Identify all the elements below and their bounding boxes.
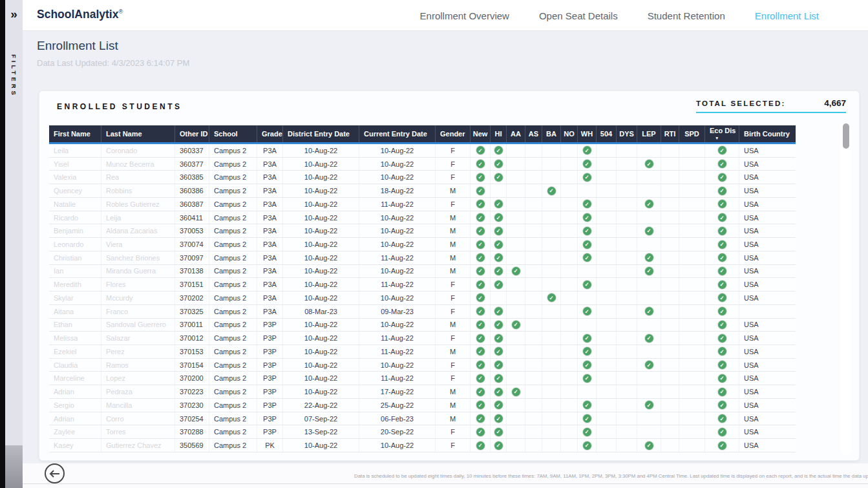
check-icon: ✓: [476, 187, 485, 195]
cell-aa: [507, 171, 525, 184]
column-header-no[interactable]: NO: [561, 125, 578, 142]
cell-current-entry-date: 10-Aug-22: [359, 292, 436, 304]
tab-enrollment-overview[interactable]: Enrollment Overview: [420, 10, 509, 21]
left-arrow-icon: [49, 470, 60, 478]
tab-student-retention[interactable]: Student Retention: [648, 10, 725, 21]
cell-district-entry-date: 10-Aug-22: [283, 385, 359, 398]
table-row[interactable]: KaseyGutierrez Chavez350569Campus 2PK10-…: [49, 439, 796, 452]
cell-aa: [507, 359, 525, 372]
column-header-school[interactable]: School: [209, 125, 257, 142]
cell-wh: [578, 385, 597, 398]
cell-dys: [617, 372, 637, 385]
cell-first-name: Ian: [49, 265, 101, 278]
table-row[interactable]: LeonardoViera370074Campus 2P3A10-Aug-221…: [49, 238, 796, 251]
table-row[interactable]: EzekielPerez370153Campus 2P3P10-Aug-2211…: [49, 345, 796, 359]
column-header-wh[interactable]: WH: [578, 125, 597, 142]
column-header-aa[interactable]: AA: [507, 125, 525, 142]
check-icon: ✓: [645, 160, 653, 168]
column-header-rti[interactable]: RTI: [661, 125, 679, 142]
cell-spd: [679, 359, 705, 372]
cell-birth-country: USA: [739, 385, 796, 398]
column-header-spd[interactable]: SPD: [679, 125, 705, 142]
column-header-other-id[interactable]: Other ID: [175, 125, 209, 142]
table-row[interactable]: SkylarMccurdy370202Campus 2P3A10-Aug-221…: [49, 292, 796, 305]
column-header-birth-country[interactable]: Birth Country: [739, 125, 796, 142]
cell-as: [525, 278, 542, 291]
table-row[interactable]: ZayleeTorres370288Campus 2P3P13-Sep-2220…: [49, 425, 796, 439]
check-icon: ✓: [583, 253, 591, 262]
cell-rti: [661, 305, 679, 318]
cell-dys: [617, 158, 637, 171]
cell-ba: [542, 425, 561, 438]
cell-rti: [661, 211, 679, 224]
cell-birth-country: USA: [739, 238, 796, 251]
cell-other-id: 370288: [175, 425, 209, 438]
table-row[interactable]: IanMiranda Guerra370138Campus 2P3A10-Aug…: [49, 265, 796, 279]
column-header-hi[interactable]: HI: [491, 125, 507, 142]
table-row[interactable]: ChristianSanchez Briones370097Campus 2P3…: [49, 251, 796, 265]
table-row[interactable]: ClaudiaRamos370154Campus 2P3P10-Aug-2210…: [49, 359, 796, 372]
cell-eco-dis: ✓: [705, 372, 739, 385]
cell-no: [561, 211, 578, 224]
cell-as: [525, 305, 542, 318]
filters-pane-collapsed[interactable]: » FILTERS: [5, 0, 23, 488]
cell-school: Campus 2: [209, 211, 257, 224]
check-icon: ✓: [476, 307, 485, 315]
cell-spd: [679, 211, 705, 224]
vertical-scrollbar-thumb[interactable]: [843, 123, 849, 149]
column-header-district-entry-date[interactable]: District Entry Date: [283, 125, 359, 142]
column-header-eco-dis[interactable]: Eco Dis▼: [705, 125, 739, 142]
cell-lep: ✓: [637, 399, 661, 412]
check-icon: ✓: [583, 213, 591, 222]
filters-pane-label: FILTERS: [10, 54, 17, 98]
cell-lep: [637, 345, 661, 358]
table-row[interactable]: MeredithFlores370151Campus 2P3A10-Aug-22…: [49, 278, 796, 292]
check-icon: ✓: [476, 321, 485, 329]
table-row[interactable]: MelissaSalazar370012Campus 2P3P10-Aug-22…: [49, 332, 796, 345]
table-row[interactable]: ValexiaRea360385Campus 2P3A10-Aug-2210-A…: [49, 171, 796, 184]
table-row[interactable]: YiselMunoz Becerra360377Campus 2P3A10-Au…: [49, 158, 796, 171]
tab-open-seat-details[interactable]: Open Seat Details: [539, 10, 618, 21]
cell-last-name: Coronado: [101, 144, 175, 157]
table-row[interactable]: QuenceyRobbins360386Campus 2P3A10-Aug-22…: [49, 184, 796, 198]
table-row[interactable]: MarcelineLopez370200Campus 2P3P10-Aug-22…: [49, 372, 796, 385]
column-header-as[interactable]: AS: [525, 125, 542, 142]
table-row[interactable]: SergioMancilla370230Campus 2P3P22-Aug-22…: [49, 399, 796, 412]
vertical-scrollbar-track[interactable]: [841, 122, 851, 455]
cell-wh: ✓: [578, 238, 597, 251]
column-header-gender[interactable]: Gender: [436, 125, 471, 142]
table-row[interactable]: AdrianPedraza370223Campus 2P3P10-Aug-221…: [49, 385, 796, 399]
cell-gender: M: [436, 385, 471, 398]
cell-hi: ✓: [491, 439, 507, 452]
column-header-lep[interactable]: LEP: [637, 125, 661, 142]
table-row[interactable]: NatalieRobles Gutierrez360387Campus 2P3A…: [49, 198, 796, 211]
table-row[interactable]: BenjaminAldana Zacarias370053Campus 2P3A…: [49, 224, 796, 238]
table-row[interactable]: AitanaFranco370325Campus 2P3A08-Mar-2309…: [49, 305, 796, 319]
cell-ba: [542, 144, 561, 157]
table-row[interactable]: AdrianCorro370254Campus 2P3P07-Sep-2206-…: [49, 412, 796, 426]
cell-no: [561, 251, 578, 264]
expand-filters-icon[interactable]: »: [5, 6, 23, 23]
cell-aa: [507, 158, 525, 171]
cell-district-entry-date: 22-Aug-22: [283, 399, 359, 412]
table-row[interactable]: EthanSandoval Guerrero370011Campus 2P3P1…: [49, 319, 796, 332]
cell-new: ✓: [471, 144, 491, 157]
cell-grade: P3A: [257, 238, 283, 251]
cell-birth-country: USA: [739, 278, 796, 291]
cell-last-name: Sandoval Guerrero: [101, 319, 175, 332]
column-header-current-entry-date[interactable]: Current Entry Date: [359, 125, 436, 142]
column-header-dys[interactable]: DYS: [617, 125, 637, 142]
cell-spd: [679, 372, 705, 385]
cell-rti: [661, 399, 679, 412]
column-header-first-name[interactable]: First Name: [49, 125, 101, 142]
column-header-grade[interactable]: Grade: [257, 125, 283, 142]
back-button[interactable]: [45, 463, 65, 483]
tab-enrollment-list[interactable]: Enrollment List: [755, 10, 819, 21]
column-header-last-name[interactable]: Last Name: [101, 125, 175, 142]
cell-school: Campus 2: [209, 319, 257, 332]
column-header-504[interactable]: 504: [597, 125, 617, 142]
table-row[interactable]: LeilaCoronado360337Campus 2P3A10-Aug-221…: [49, 144, 796, 158]
table-row[interactable]: RicardoLeija360411Campus 2P3A10-Aug-2210…: [49, 211, 796, 225]
column-header-new[interactable]: New: [471, 125, 491, 142]
column-header-ba[interactable]: BA: [542, 125, 561, 142]
